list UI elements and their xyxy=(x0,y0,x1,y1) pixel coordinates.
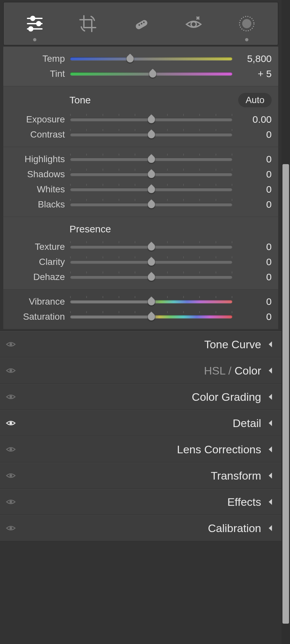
svg-point-20 xyxy=(10,474,12,477)
masking-tool-button[interactable] xyxy=(235,12,259,35)
temp-slider[interactable] xyxy=(70,51,232,66)
temp-row: Temp 5,800 xyxy=(10,51,272,66)
collapse-chevron[interactable] xyxy=(266,498,274,506)
presence-section: Presence Texture 0 Clarity 0 xyxy=(3,217,278,290)
panel-toggle-eye[interactable] xyxy=(5,444,16,455)
texture-value[interactable]: 0 xyxy=(232,241,272,252)
panel-header-calibration[interactable]: Calibration xyxy=(0,515,281,541)
panel-toggle-eye[interactable] xyxy=(5,339,16,350)
highlights-row: Highlights 0 xyxy=(10,152,272,167)
whites-label: Whites xyxy=(10,184,70,195)
panel-toggle-eye[interactable] xyxy=(5,470,16,481)
vibrance-slider[interactable] xyxy=(70,294,232,309)
panel-toggle-eye[interactable] xyxy=(5,418,16,429)
whites-value[interactable]: 0 xyxy=(232,184,272,195)
panel-toggle-eye[interactable] xyxy=(5,496,16,507)
crop-tool-button[interactable] xyxy=(76,12,100,35)
healing-tool-button[interactable] xyxy=(129,12,152,35)
panel-title: Transform xyxy=(211,469,266,482)
exposure-slider[interactable] xyxy=(70,112,232,127)
panel-title: Detail xyxy=(233,417,266,430)
tint-thumb[interactable] xyxy=(147,68,158,79)
highlights-value[interactable]: 0 xyxy=(232,154,272,165)
eye-icon xyxy=(6,366,16,376)
dehaze-label: Dehaze xyxy=(10,272,70,282)
chevron-left-icon xyxy=(266,367,274,375)
panel-title: Tone Curve xyxy=(204,338,266,351)
texture-label: Texture xyxy=(10,242,70,252)
dehaze-slider[interactable] xyxy=(70,269,232,285)
chevron-left-icon xyxy=(266,498,274,506)
temp-track xyxy=(70,57,232,60)
svg-point-7 xyxy=(139,24,140,26)
tint-slider[interactable] xyxy=(70,66,232,81)
vibrance-value[interactable]: 0 xyxy=(232,296,272,307)
exposure-value[interactable]: 0.00 xyxy=(232,114,272,125)
collapse-chevron[interactable] xyxy=(266,340,274,348)
svg-point-9 xyxy=(143,22,145,23)
temp-value[interactable]: 5,800 xyxy=(232,53,272,64)
panel-header-effects[interactable]: Effects xyxy=(0,489,281,515)
dehaze-value[interactable]: 0 xyxy=(232,271,272,283)
collapse-chevron[interactable] xyxy=(266,472,274,480)
redeye-tool-button[interactable] xyxy=(182,12,205,35)
contrast-slider[interactable] xyxy=(70,127,232,142)
develop-panel: Temp 5,800 Tint + 5 Tone Auto xyxy=(0,0,281,644)
svg-point-5 xyxy=(29,27,33,31)
panel-header-lens-corrections[interactable]: Lens Corrections xyxy=(0,436,281,462)
saturation-slider[interactable] xyxy=(70,309,232,324)
scrollbar[interactable] xyxy=(281,0,290,644)
panel-header-tone-curve[interactable]: Tone Curve xyxy=(0,331,281,357)
auto-button[interactable]: Auto xyxy=(238,93,272,107)
tone-header: Tone Auto xyxy=(10,91,272,112)
saturation-value[interactable]: 0 xyxy=(232,311,272,322)
exposure-label: Exposure xyxy=(10,114,70,125)
vibrance-row: Vibrance 0 xyxy=(10,294,272,309)
clarity-slider[interactable] xyxy=(70,254,232,269)
shadows-value[interactable]: 0 xyxy=(232,169,272,180)
collapse-chevron[interactable] xyxy=(266,419,274,427)
tint-value[interactable]: + 5 xyxy=(232,68,272,79)
eye-icon xyxy=(6,444,16,454)
clarity-row: Clarity 0 xyxy=(10,254,272,269)
panel-toggle-eye[interactable] xyxy=(5,391,16,402)
shadows-label: Shadows xyxy=(10,169,70,180)
red-eye-icon xyxy=(184,14,203,33)
texture-slider[interactable] xyxy=(70,239,232,254)
blacks-slider[interactable] xyxy=(70,197,232,212)
panel-header-hsl-color[interactable]: HSL / Color xyxy=(0,357,281,384)
highlights-slider[interactable] xyxy=(70,152,232,167)
collapse-chevron[interactable] xyxy=(266,393,274,401)
tool-strip xyxy=(3,2,278,45)
clarity-value[interactable]: 0 xyxy=(232,256,272,268)
whites-slider[interactable] xyxy=(70,182,232,197)
collapsed-panels: Tone Curve HSL / Color Color Grading D xyxy=(0,331,281,541)
panel-header-color-grading[interactable]: Color Grading xyxy=(0,384,281,410)
panel-title: Lens Corrections xyxy=(177,443,266,456)
blacks-label: Blacks xyxy=(10,199,70,210)
highlights-label: Highlights xyxy=(10,154,70,164)
svg-point-16 xyxy=(10,369,12,372)
saturation-label: Saturation xyxy=(10,311,70,322)
temp-thumb[interactable] xyxy=(125,53,136,64)
exposure-row: Exposure 0.00 xyxy=(10,112,272,127)
contrast-value[interactable]: 0 xyxy=(232,129,272,140)
svg-point-8 xyxy=(141,23,143,25)
collapse-chevron[interactable] xyxy=(266,367,274,375)
blacks-value[interactable]: 0 xyxy=(232,199,272,210)
panel-header-detail[interactable]: Detail xyxy=(0,410,281,436)
svg-point-22 xyxy=(10,527,12,529)
panel-title: Calibration xyxy=(208,522,266,535)
shadows-slider[interactable] xyxy=(70,167,232,182)
collapse-chevron[interactable] xyxy=(266,524,274,532)
panel-header-transform[interactable]: Transform xyxy=(0,462,281,489)
svg-point-19 xyxy=(10,448,12,451)
collapse-chevron[interactable] xyxy=(266,445,274,453)
panel-toggle-eye[interactable] xyxy=(5,365,16,376)
panel-toggle-eye[interactable] xyxy=(5,523,16,534)
contrast-row: Contrast 0 xyxy=(10,127,272,142)
edit-tool-button[interactable] xyxy=(23,12,47,35)
vibrance-section: Vibrance 0 Saturation 0 xyxy=(3,290,278,329)
eye-icon xyxy=(6,497,16,507)
scrollbar-thumb[interactable] xyxy=(282,164,289,624)
